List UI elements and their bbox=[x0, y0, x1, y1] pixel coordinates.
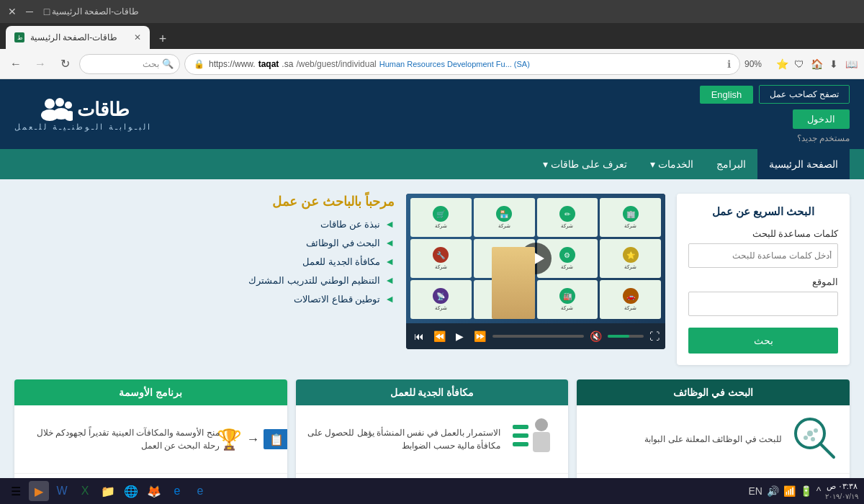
maximize-window-btn[interactable]: □ bbox=[42, 6, 52, 17]
location-input[interactable] bbox=[688, 292, 838, 316]
play-pause-btn[interactable]: ▶ bbox=[452, 330, 467, 342]
login-btn[interactable]: الدخول bbox=[793, 109, 850, 129]
url-bar[interactable]: 🔒 https://www.taqat.sa/web/guest/individ… bbox=[184, 53, 740, 75]
taskbar-vlc-btn[interactable]: ▶ bbox=[29, 481, 49, 501]
url-domain: taqat bbox=[258, 59, 279, 69]
company-card-3: 🏪 شركة bbox=[474, 198, 535, 237]
info-link-5[interactable]: ◄ توطين قطاع الاتصالات bbox=[14, 293, 395, 305]
info-link-4[interactable]: ◄ التنظيم الوطني للتدريب المشترك bbox=[14, 274, 395, 286]
nav-home[interactable]: الصفحة الرئيسية bbox=[757, 149, 850, 179]
company-icon-4: 🛒 bbox=[433, 206, 449, 222]
work-reward-card-body: ✓ ✓ ✓ الاستمرار بالعمل في نفس المنشأة يؤ… bbox=[296, 405, 569, 473]
home-icon[interactable]: 🏠 bbox=[809, 57, 824, 71]
taskbar-firefox-btn[interactable]: 🦊 bbox=[144, 481, 164, 501]
company-card-11: 🌿 شركة bbox=[474, 280, 535, 319]
svg-rect-16 bbox=[513, 433, 528, 438]
language-icon[interactable]: EN bbox=[748, 485, 762, 497]
new-tab-btn[interactable]: + bbox=[153, 29, 173, 49]
volume-sys-icon[interactable]: 🔊 bbox=[767, 485, 779, 497]
taskbar-ie-btn[interactable]: e bbox=[190, 481, 210, 501]
nav-forward-btn[interactable]: → bbox=[30, 54, 50, 74]
award-box: 📋 bbox=[264, 429, 287, 449]
search-btn[interactable]: بحث bbox=[688, 328, 838, 354]
rewind-btn[interactable]: ⏪ bbox=[432, 330, 446, 342]
main-content: البحث السريع عن عمل كلمات مساعدة للبحث ا… bbox=[0, 179, 864, 379]
info-link-1[interactable]: ◄ نبذة عن طاقات bbox=[14, 218, 395, 230]
dropdown-arrow-about: ▾ bbox=[543, 158, 548, 170]
taskbar-edge-btn[interactable]: e bbox=[167, 481, 187, 501]
extensions-area: ⭐ 🛡 🏠 ⬇ 📖 bbox=[775, 57, 858, 71]
logo-area: طاقات البـوابـة الـوطنـيـة للـعمل bbox=[14, 96, 152, 132]
english-btn[interactable]: English bbox=[700, 86, 754, 104]
keywords-input[interactable] bbox=[688, 243, 838, 268]
award-illustration: 📋 → 🏆 bbox=[217, 428, 287, 451]
skip-back-btn[interactable]: ⏮ bbox=[412, 330, 426, 342]
info-link-2[interactable]: ◄ البحث في الوظائف bbox=[14, 237, 395, 248]
taskbar-chrome-btn[interactable]: 🌐 bbox=[121, 481, 141, 501]
tab-close-btn[interactable]: ✕ bbox=[134, 32, 141, 42]
shield-icon[interactable]: 🛡 bbox=[792, 57, 806, 71]
browser-frame: ✕ ─ □ طاقات-الصفحة الرئيسية ط طاقات-الصف… bbox=[0, 0, 864, 504]
awards-icon-area: 📋 → 🏆 bbox=[228, 414, 279, 464]
tab-bar: ط طاقات-الصفحة الرئيسية ✕ + bbox=[0, 23, 864, 49]
company-icon-3: 🏪 bbox=[496, 206, 512, 222]
network-icon[interactable]: 📶 bbox=[783, 485, 796, 497]
job-search-body-text: للبحث في الوظائف المعلنة على البوابة bbox=[585, 433, 782, 446]
taskbar-left: ☰ ▶ W X 📁 🌐 🦊 e e bbox=[6, 481, 210, 501]
svg-point-2 bbox=[65, 102, 72, 109]
zoom-level: 90% bbox=[744, 59, 770, 69]
svg-point-11 bbox=[811, 437, 815, 441]
video-section: 🏢 شركة ✏ شركة 🏪 شركة 🛒 bbox=[406, 194, 665, 365]
video-thumbnail: 🏢 شركة ✏ شركة 🏪 شركة 🛒 bbox=[406, 194, 665, 323]
dropdown-arrow-services: ▾ bbox=[650, 158, 655, 170]
fast-forward-btn[interactable]: ⏩ bbox=[472, 330, 487, 342]
job-search-icon-area bbox=[791, 414, 841, 464]
employer-btn[interactable]: تصفح كصاحب عمل bbox=[759, 85, 850, 104]
award-arrow-icon: → bbox=[246, 432, 259, 447]
bookmark-star-icon[interactable]: ⭐ bbox=[775, 57, 789, 71]
nav-refresh-btn[interactable]: ↻ bbox=[55, 54, 75, 74]
url-prefix: https://www. bbox=[209, 59, 256, 69]
arrow-up-icon[interactable]: ^ bbox=[816, 485, 822, 497]
work-reward-card-header: مكافأة الجدية للعمل bbox=[296, 379, 569, 405]
tab-label: طاقات-الصفحة الرئيسية bbox=[30, 32, 117, 42]
taskbar-word-btn[interactable]: W bbox=[52, 481, 72, 501]
close-window-btn[interactable]: ✕ bbox=[7, 6, 17, 17]
nav-about[interactable]: تعرف على طاقات ▾ bbox=[531, 149, 639, 179]
volume-icon[interactable]: 🔇 bbox=[590, 330, 602, 342]
svg-rect-18 bbox=[513, 442, 528, 446]
minimize-window-btn[interactable]: ─ bbox=[24, 6, 35, 17]
company-card-9: 🚗 شركة bbox=[600, 280, 661, 319]
work-reward-body-text: الاستمرار بالعمل في نفس المنشأة يؤهل للح… bbox=[305, 426, 501, 452]
website-content: English تصفح كصاحب عمل الدخول مستخدم جدي… bbox=[0, 79, 864, 478]
awards-card-header: برنامج الأوسمة bbox=[14, 379, 287, 405]
progress-bar[interactable] bbox=[492, 335, 584, 338]
search-panel-title: البحث السريع عن عمل bbox=[688, 205, 838, 218]
browser-search-box[interactable]: 🔍 بحث bbox=[79, 54, 180, 74]
active-tab[interactable]: ط طاقات-الصفحة الرئيسية ✕ bbox=[6, 26, 150, 49]
awards-card: برنامج الأوسمة 📋 → 🏆 منح الأوسمة والمكاف… bbox=[14, 379, 287, 478]
info-icon[interactable]: ℹ bbox=[727, 58, 731, 70]
start-menu-btn[interactable]: ☰ bbox=[6, 481, 26, 501]
company-card-12: 📡 شركة bbox=[410, 280, 472, 319]
svg-text:✓: ✓ bbox=[511, 433, 513, 439]
site-nav: الصفحة الرئيسية البرامج الخدمات ▾ تعرف ع… bbox=[0, 149, 864, 179]
company-icon-2: ✏ bbox=[559, 206, 575, 222]
new-user-link[interactable]: مستخدم جديد؟ bbox=[797, 133, 850, 143]
svg-point-0 bbox=[45, 99, 55, 109]
nav-programs[interactable]: البرامج bbox=[705, 149, 757, 179]
book-icon[interactable]: 📖 bbox=[844, 57, 858, 71]
fullscreen-btn[interactable]: ⛶ bbox=[649, 330, 660, 342]
info-link-3[interactable]: ◄ مكافأة الجدية للعمل bbox=[14, 256, 395, 267]
taskbar-folder-btn[interactable]: 📁 bbox=[98, 481, 118, 501]
download-icon[interactable]: ⬇ bbox=[827, 57, 841, 71]
nav-back-btn[interactable]: ← bbox=[6, 54, 26, 74]
battery-icon[interactable]: 🔋 bbox=[800, 485, 812, 497]
taskbar-excel-btn[interactable]: X bbox=[75, 481, 95, 501]
svg-rect-14 bbox=[513, 425, 528, 429]
nav-services[interactable]: الخدمات ▾ bbox=[639, 149, 705, 179]
magnifier-svg bbox=[794, 418, 837, 461]
volume-bar[interactable] bbox=[608, 335, 644, 338]
work-reward-icon-area: ✓ ✓ ✓ bbox=[509, 414, 559, 464]
bottom-cards: البحث في الوظائف bbox=[0, 379, 864, 478]
